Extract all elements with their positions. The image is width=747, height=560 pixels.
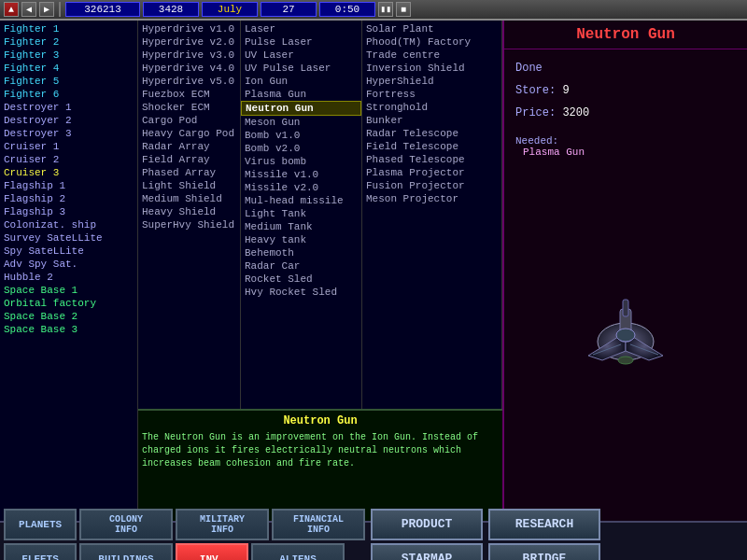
weapon-list-item[interactable]: Rocket Sled <box>241 273 361 286</box>
building-list: Solar PlantPhood(TM) FactoryTrade centre… <box>362 22 501 205</box>
weapon-list-item[interactable]: Radar Car <box>241 259 361 273</box>
ecm-list-item[interactable]: Radar Array <box>138 140 240 153</box>
list-item[interactable]: Fighter 5 <box>0 75 137 88</box>
weapon-list-item[interactable]: Behemoth <box>241 246 361 259</box>
weapon-list-item[interactable]: UV Laser <box>241 49 361 62</box>
list-item[interactable]: Flagship 1 <box>0 179 137 192</box>
bridge-button[interactable]: BRIDGE <box>488 543 600 561</box>
ecm-list-item[interactable]: Hyperdrive v5.0 <box>138 75 240 88</box>
ecm-list-item[interactable]: Fuezbox ECM <box>138 88 240 101</box>
weapon-list-item[interactable]: Pulse Laser <box>241 35 361 49</box>
product-button[interactable]: PRODUCT <box>371 509 483 540</box>
weapon-list-item[interactable]: Medium Tank <box>241 220 361 233</box>
weapon-list-item[interactable]: Missile v1.0 <box>241 168 361 181</box>
ecm-list: Hyperdrive v1.0Hyperdrive v2.0Hyperdrive… <box>138 22 240 231</box>
list-item[interactable]: Cruiser 1 <box>0 140 137 153</box>
pause-button[interactable]: ▮▮ <box>378 2 393 17</box>
list-item[interactable]: Fighter 6 <box>0 88 137 101</box>
ecm-list-item[interactable]: Hyperdrive v3.0 <box>138 49 240 62</box>
weapon-list-item[interactable]: Ion Gun <box>241 75 361 88</box>
building-list-item[interactable]: Inversion Shield <box>362 62 501 75</box>
fleets-button[interactable]: FLEETS <box>4 543 77 561</box>
research-button[interactable]: RESEARCH <box>488 509 600 540</box>
building-list-item[interactable]: Phased Telescope <box>362 153 501 166</box>
weapon-list-item[interactable]: Laser <box>241 22 361 35</box>
building-list-item[interactable]: HyperShield <box>362 75 501 88</box>
weapon-list-item[interactable]: Heavy tank <box>241 233 361 246</box>
list-item[interactable]: Hubble 2 <box>0 271 137 284</box>
needed-section: Needed: Plasma Gun <box>504 132 747 161</box>
ecm-list-item[interactable]: Cargo Pod <box>138 114 240 127</box>
weapon-list-item[interactable]: Mul-head missile <box>241 194 361 207</box>
ecm-list-item[interactable]: Shocker ECM <box>138 101 240 114</box>
list-item[interactable]: Space Base 3 <box>0 323 137 336</box>
building-list-item[interactable]: Phood(TM) Factory <box>362 35 501 49</box>
colony-info-button[interactable]: COLONY INFO <box>79 509 173 540</box>
building-column: Solar PlantPhood(TM) FactoryTrade centre… <box>362 21 502 409</box>
month-display: July <box>202 2 258 17</box>
list-item[interactable]: Cruiser 2 <box>0 153 137 166</box>
options-button[interactable]: ■ <box>396 2 411 17</box>
list-item[interactable]: Destroyer 3 <box>0 127 137 140</box>
aliens-button[interactable]: ALIENS <box>251 543 345 561</box>
list-item[interactable]: Fighter 3 <box>0 49 137 62</box>
weapon-list-item[interactable]: Plasma Gun <box>241 88 361 101</box>
building-list-item[interactable]: Meson Projector <box>362 192 501 205</box>
ecm-list-item[interactable]: Heavy Shield <box>138 205 240 218</box>
list-item[interactable]: Space Base 2 <box>0 310 137 323</box>
weapon-list-item[interactable]: Bomb v2.0 <box>241 142 361 155</box>
ecm-list-item[interactable]: Field Array <box>138 153 240 166</box>
store-value: 9 <box>562 84 569 97</box>
weapon-list-item[interactable]: UV Pulse Laser <box>241 62 361 75</box>
menu-button[interactable]: ▲ <box>4 2 19 17</box>
ecm-list-item[interactable]: Medium Shield <box>138 192 240 205</box>
ecm-list-item[interactable]: Hyperdrive v1.0 <box>138 22 240 35</box>
building-list-item[interactable]: Fortress <box>362 88 501 101</box>
weapon-list-item[interactable]: Bomb v1.0 <box>241 129 361 142</box>
weapon-list-item[interactable]: Neutron Gun <box>241 101 361 116</box>
store-label: Store: <box>515 84 556 97</box>
military-info-button[interactable]: MILITARY INFO <box>176 509 269 540</box>
ecm-list-item[interactable]: Heavy Cargo Pod <box>138 127 240 140</box>
weapon-list-item[interactable]: Light Tank <box>241 207 361 220</box>
list-item[interactable]: Flagship 2 <box>0 192 137 205</box>
building-list-item[interactable]: Radar Telescope <box>362 127 501 140</box>
planets-button[interactable]: PLANETS <box>4 509 77 540</box>
weapon-list-item[interactable]: Meson Gun <box>241 116 361 129</box>
list-item[interactable]: Spy SateLLite <box>0 245 137 258</box>
ecm-list-item[interactable]: Hyperdrive v2.0 <box>138 35 240 49</box>
list-item[interactable]: Fighter 4 <box>0 62 137 75</box>
list-item[interactable]: Orbital factory <box>0 297 137 310</box>
building-list-item[interactable]: Stronghold <box>362 101 501 114</box>
weapon-list-item[interactable]: Virus bomb <box>241 155 361 168</box>
list-item[interactable]: Fighter 2 <box>0 35 137 49</box>
ecm-list-item[interactable]: Phased Array <box>138 166 240 179</box>
building-list-item[interactable]: Bunker <box>362 114 501 127</box>
next-button[interactable]: ▶ <box>39 2 54 17</box>
list-item[interactable]: Fighter 1 <box>0 22 137 35</box>
financial-info-button[interactable]: FINANCIAL INFO <box>272 509 365 540</box>
building-list-item[interactable]: Field Telescope <box>362 140 501 153</box>
list-item[interactable]: Space Base 1 <box>0 284 137 297</box>
inv-button[interactable]: INV. <box>176 543 248 561</box>
list-item[interactable]: Survey SateLLite <box>0 231 137 245</box>
starmap-button[interactable]: STARMAP <box>371 543 483 561</box>
svg-point-5 <box>616 329 635 342</box>
list-item[interactable]: Adv Spy Sat. <box>0 258 137 271</box>
building-list-item[interactable]: Trade centre <box>362 49 501 62</box>
building-list-item[interactable]: Solar Plant <box>362 22 501 35</box>
weapon-list-item[interactable]: Hvy Rocket Sled <box>241 286 361 299</box>
list-item[interactable]: Flagship 3 <box>0 205 137 218</box>
buildings-button[interactable]: BUILDINGS <box>79 543 173 561</box>
list-item[interactable]: Cruiser 3 <box>0 166 137 179</box>
prev-button[interactable]: ◀ <box>21 2 36 17</box>
ecm-list-item[interactable]: Hyperdrive v4.0 <box>138 62 240 75</box>
list-item[interactable]: Destroyer 2 <box>0 114 137 127</box>
building-list-item[interactable]: Fusion Projector <box>362 179 501 192</box>
ecm-list-item[interactable]: Light Shield <box>138 179 240 192</box>
weapon-list-item[interactable]: Missile v2.0 <box>241 181 361 194</box>
list-item[interactable]: Colonizat. ship <box>0 218 137 231</box>
ecm-list-item[interactable]: SuperHvy Shield <box>138 218 240 231</box>
building-list-item[interactable]: Plasma Projector <box>362 166 501 179</box>
list-item[interactable]: Destroyer 1 <box>0 101 137 114</box>
